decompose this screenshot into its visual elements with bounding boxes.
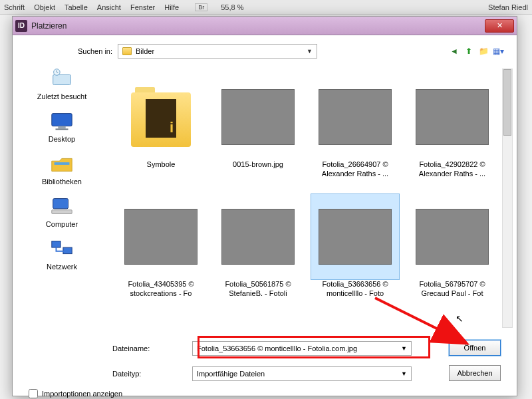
menu-item[interactable]: Fenster (130, 3, 155, 11)
image-thumbnail (319, 89, 392, 145)
filename-row: Dateiname: Fotolia_53663656 © monticelll… (112, 340, 497, 357)
filetype-value: Importfähige Dateien (197, 370, 265, 378)
nav-toolbar: ◄ ⬆ 📁 ▦▾ (449, 46, 503, 57)
file-caption: Fotolia_43405395 © stockcreations - Fo (114, 280, 207, 299)
folder-icon (131, 87, 191, 147)
check-label: Importoptionen anzeigen (42, 390, 122, 398)
svg-rect-7 (52, 210, 72, 214)
file-item[interactable]: Fotolia_26664907 © Alexander Raths - ... (307, 68, 404, 188)
bridge-button[interactable]: Br (195, 3, 207, 11)
options-checks: Importoptionen anzeigen Ausgewähltes Obj… (29, 389, 141, 399)
places-sidebar: Zuletzt besucht Desktop Bibliotheken Com… (22, 67, 102, 271)
up-icon[interactable]: ⬆ (464, 46, 474, 57)
svg-rect-0 (53, 74, 71, 84)
file-item[interactable]: Fotolia_56795707 © Grecaud Paul - Fot (404, 188, 501, 308)
thumbnail (116, 194, 205, 280)
file-caption: 0015-brown.jpg (211, 160, 305, 170)
recent-icon (49, 67, 75, 90)
sidebar-item-label: Zuletzt besucht (37, 92, 87, 100)
image-thumbnail (416, 209, 489, 265)
chevron-down-icon: ▼ (307, 48, 313, 55)
back-icon[interactable]: ◄ (449, 46, 460, 57)
image-thumbnail (221, 209, 295, 265)
file-caption: Fotolia_26664907 © Alexander Raths - ... (309, 160, 402, 179)
sidebar-item-recent[interactable]: Zuletzt besucht (22, 67, 102, 100)
file-item[interactable]: Fotolia_50561875 © StefanieB. - Fotoli (209, 188, 307, 308)
computer-icon (49, 195, 75, 217)
filename-value: Fotolia_53663656 © monticellllo - Fotoli… (197, 344, 357, 352)
sidebar-item-desktop[interactable]: Desktop (22, 110, 102, 143)
svg-rect-4 (56, 128, 68, 130)
thumbnail (311, 194, 400, 280)
thumbnail (311, 74, 400, 160)
file-item[interactable]: Fotolia_53663656 © monticellllo - Foto (307, 188, 404, 308)
sidebar-item-label: Computer (46, 220, 78, 228)
svg-rect-3 (58, 126, 65, 129)
network-icon (49, 237, 75, 260)
sidebar-item-libraries[interactable]: Bibliotheken (22, 152, 102, 186)
svg-rect-5 (55, 162, 70, 165)
file-gallery[interactable]: Symbole0015-brown.jpgFotolia_26664907 © … (112, 68, 505, 328)
image-thumbnail (416, 89, 489, 145)
open-button[interactable]: Öffnen (449, 340, 501, 356)
cancel-button[interactable]: Abbrechen (449, 365, 501, 381)
new-folder-icon[interactable]: 📁 (478, 46, 489, 57)
image-thumbnail (221, 89, 295, 145)
menu-item[interactable]: Objekt (34, 3, 55, 11)
place-dialog: ID Platzieren ✕ Suchen in: Bilder ▼ ◄ ⬆ … (12, 16, 517, 396)
file-item[interactable]: Symbole (112, 68, 209, 188)
menu-item[interactable]: Ansicht (97, 3, 121, 11)
svg-rect-8 (52, 241, 61, 248)
dialog-titlebar[interactable]: ID Platzieren ✕ (13, 17, 517, 35)
file-item[interactable]: Fotolia_42902822 © Alexander Raths - ... (404, 68, 501, 188)
indesign-icon: ID (15, 20, 27, 32)
dialog-title: Platzieren (31, 21, 66, 31)
sidebar-item-computer[interactable]: Computer (22, 195, 102, 228)
file-caption: Fotolia_56795707 © Grecaud Paul - Fot (406, 280, 499, 299)
scrollbar-thumb[interactable] (503, 69, 511, 136)
close-button[interactable]: ✕ (485, 19, 514, 33)
menu-item[interactable]: Hilfe (164, 3, 179, 11)
filetype-label: Dateityp: (112, 370, 192, 378)
folder-icon (122, 47, 132, 55)
chevron-down-icon: ▼ (401, 345, 407, 352)
lookin-row: Suchen in: Bilder ▼ ◄ ⬆ 📁 ▦▾ (53, 43, 503, 59)
lookin-label: Suchen in: (53, 47, 112, 55)
lookin-dropdown[interactable]: Bilder ▼ (118, 44, 317, 59)
image-thumbnail (124, 209, 198, 265)
file-caption: Fotolia_53663656 © monticellllo - Foto (309, 280, 402, 299)
thumbnail (408, 194, 497, 280)
file-item[interactable]: 0015-brown.jpg (209, 68, 307, 188)
filetype-row: Dateityp: Importfähige Dateien ▼ (112, 365, 497, 382)
sidebar-item-label: Netzwerk (47, 263, 77, 271)
libraries-icon (49, 152, 75, 175)
thumbnail (213, 74, 303, 160)
sidebar-item-label: Bibliotheken (42, 178, 82, 186)
file-caption: Fotolia_42902822 © Alexander Raths - ... (406, 160, 499, 179)
sidebar-item-label: Desktop (49, 135, 75, 143)
checkbox[interactable] (29, 389, 38, 398)
thumbnail (213, 194, 303, 280)
desktop-icon (49, 110, 75, 132)
thumbnail (116, 74, 205, 160)
filename-label: Dateiname: (112, 344, 192, 352)
zoom-level[interactable]: 55,8 % (221, 3, 243, 11)
app-menubar: Schrift Objekt Tabelle Ansicht Fenster H… (0, 0, 532, 15)
lookin-value: Bilder (136, 47, 154, 55)
image-thumbnail (319, 209, 392, 265)
file-caption: Symbole (114, 160, 207, 170)
check-import-options[interactable]: Importoptionen anzeigen (29, 389, 141, 398)
svg-rect-6 (53, 199, 68, 209)
file-caption: Fotolia_50561875 © StefanieB. - Fotoli (211, 280, 305, 299)
gallery-scrollbar[interactable] (502, 68, 513, 328)
file-item[interactable]: Fotolia_43405395 © stockcreations - Fo (112, 188, 209, 308)
thumbnail (408, 74, 497, 160)
chevron-down-icon: ▼ (401, 370, 407, 377)
sidebar-item-network[interactable]: Netzwerk (22, 237, 102, 271)
filetype-combo[interactable]: Importfähige Dateien ▼ (192, 366, 412, 381)
filename-combo[interactable]: Fotolia_53663656 © monticellllo - Fotoli… (192, 341, 412, 356)
view-menu-icon[interactable]: ▦▾ (493, 46, 503, 57)
svg-rect-2 (52, 114, 72, 126)
menu-item[interactable]: Tabelle (65, 3, 88, 11)
menu-item[interactable]: Schrift (4, 3, 25, 11)
